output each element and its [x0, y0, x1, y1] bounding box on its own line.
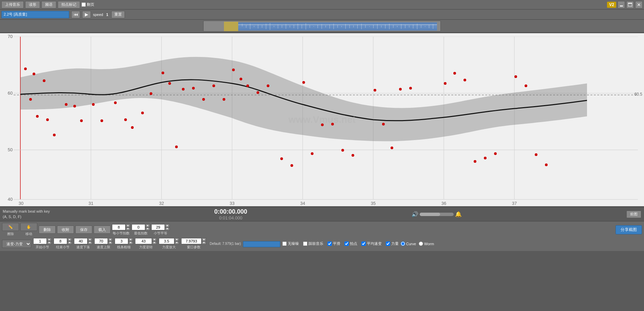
svg-point-79: [29, 98, 32, 101]
flip-checkbox[interactable]: [81, 2, 86, 7]
drum-checkbox-label[interactable]: 踩鼓音乐: [303, 241, 323, 246]
beats-per-bar-input[interactable]: [112, 224, 126, 230]
strength-max-up[interactable]: ▲: [174, 238, 179, 241]
copy-button[interactable]: 收附: [57, 226, 74, 234]
read-button[interactable]: 读形: [25, 1, 40, 8]
svg-point-89: [124, 118, 127, 121]
smooth-val-input[interactable]: [135, 238, 152, 244]
volume-slider[interactable]: [420, 213, 454, 216]
force-checkbox[interactable]: [386, 241, 390, 246]
svg-text:33: 33: [230, 201, 234, 206]
svg-point-90: [131, 126, 134, 129]
window-param-down[interactable]: ▼: [202, 241, 206, 245]
curve-radio[interactable]: [401, 241, 405, 246]
smooth-val-label: 力度逆转: [139, 245, 153, 250]
track-selector[interactable]: [1, 11, 69, 18]
svg-point-107: [290, 164, 293, 167]
second-toolbar: ⏮ ▶ speed 1 重置: [0, 9, 644, 20]
smooth-val-up[interactable]: ▲: [152, 238, 157, 241]
worm-radio-label[interactable]: Worm: [419, 241, 434, 246]
strength-max-input[interactable]: [159, 238, 174, 244]
main-chart-area[interactable]: 70 60 50 40 60.5 30 31 32 33 34 35 36 37: [0, 33, 644, 206]
window-min-button[interactable]: 🗕: [618, 1, 625, 8]
lower-up[interactable]: ▲: [88, 238, 92, 241]
draw-button[interactable]: ✏️: [2, 223, 19, 231]
line-thin-up[interactable]: ▲: [128, 238, 133, 241]
style-dropdown[interactable]: 速变-力变: [2, 240, 31, 248]
bar-count-down[interactable]: ▼: [165, 227, 170, 231]
end-bar-up[interactable]: ▲: [67, 238, 72, 241]
start-bar-input[interactable]: [33, 238, 47, 244]
play-button[interactable]: ▶: [82, 11, 91, 18]
smooth-checkbox[interactable]: [327, 241, 332, 246]
svg-text:40: 40: [8, 197, 13, 202]
window-param-input[interactable]: [181, 238, 202, 244]
min-pitch-label: 最低拍数: [134, 231, 148, 236]
curve-radio-label[interactable]: Curve: [401, 241, 416, 246]
volume-max-icon: 🔔: [455, 211, 462, 217]
delete-button[interactable]: 删除: [39, 226, 56, 234]
min-pitch-input[interactable]: [132, 224, 145, 230]
beat-checkbox-label[interactable]: 拍点: [344, 241, 357, 246]
smooth-checkbox-label[interactable]: 平滑: [327, 241, 340, 246]
window-param-up[interactable]: ▲: [202, 238, 206, 241]
move-button[interactable]: ✋: [20, 223, 37, 231]
smooth-val-down[interactable]: ▼: [152, 241, 157, 245]
lower-label: 速度下落: [76, 245, 90, 250]
no-noise-checkbox-label[interactable]: 无噪噪: [282, 241, 299, 246]
line-thin-down[interactable]: ▼: [128, 241, 133, 245]
svg-point-123: [484, 157, 487, 159]
min-pitch-down[interactable]: ▼: [145, 227, 150, 231]
beats-per-bar-down[interactable]: ▼: [126, 227, 130, 231]
force-label: 力量: [391, 241, 399, 246]
save-button[interactable]: 保存: [75, 226, 92, 234]
upload-music-button[interactable]: 上传音乐: [1, 1, 24, 8]
reset-button[interactable]: 重置: [111, 11, 125, 18]
min-pitch-up[interactable]: ▲: [145, 224, 150, 227]
start-bar-down[interactable]: ▼: [47, 241, 52, 245]
prev-button[interactable]: 前图: [626, 211, 641, 218]
window-max-button[interactable]: 🗖: [626, 1, 634, 8]
lower-down[interactable]: ▼: [88, 241, 92, 245]
upper-input[interactable]: [94, 238, 108, 244]
window-close-button[interactable]: ✕: [635, 1, 643, 8]
svg-point-111: [331, 123, 334, 125]
beats-per-bar-up[interactable]: ▲: [126, 224, 130, 227]
waveform-svg: [238, 22, 437, 31]
upper-down[interactable]: ▼: [108, 241, 113, 245]
svg-point-109: [311, 152, 314, 155]
force-checkbox-label[interactable]: 力量: [386, 241, 399, 246]
upper-up[interactable]: ▲: [108, 238, 113, 241]
strength-max-down[interactable]: ▼: [174, 241, 179, 245]
start-bar-up[interactable]: ▲: [47, 238, 52, 241]
svg-text:32: 32: [159, 201, 164, 206]
time-total: 0:01:04.000: [214, 215, 247, 220]
lower-input[interactable]: [74, 238, 88, 244]
avg-checkbox-label[interactable]: 平均速变: [361, 241, 382, 246]
beat-checkbox[interactable]: [344, 241, 349, 246]
svg-point-113: [352, 154, 354, 157]
share-screenshot-button[interactable]: 分享截图: [615, 225, 642, 234]
no-noise-checkbox[interactable]: [282, 241, 287, 246]
flip-checkbox-label[interactable]: 翻页: [81, 2, 94, 7]
drum-checkbox[interactable]: [303, 241, 307, 246]
waveform-display[interactable]: [203, 21, 441, 32]
svg-point-96: [182, 88, 185, 91]
mark-button[interactable]: 拍点标记: [58, 1, 80, 8]
worm-radio[interactable]: [419, 241, 423, 246]
bar-count-up[interactable]: ▲: [165, 224, 170, 227]
bar-count-input[interactable]: [151, 224, 165, 230]
volume-slider-fill: [420, 213, 440, 216]
svg-point-100: [223, 98, 225, 101]
line-thin-input[interactable]: [115, 238, 128, 244]
line-thin-group: ▲ ▼ 线条粗细: [115, 238, 133, 250]
end-bar-down[interactable]: ▼: [67, 241, 72, 245]
rewind-button[interactable]: ⏮: [71, 11, 80, 18]
window-param-group: ▲ ▼ 窗口参数: [181, 238, 206, 250]
svg-point-97: [192, 87, 195, 90]
language-button[interactable]: 频语: [41, 1, 56, 8]
avg-checkbox[interactable]: [361, 241, 366, 246]
svg-point-108: [302, 81, 305, 84]
load-button[interactable]: 载入: [94, 226, 111, 234]
end-bar-input[interactable]: [54, 238, 67, 244]
